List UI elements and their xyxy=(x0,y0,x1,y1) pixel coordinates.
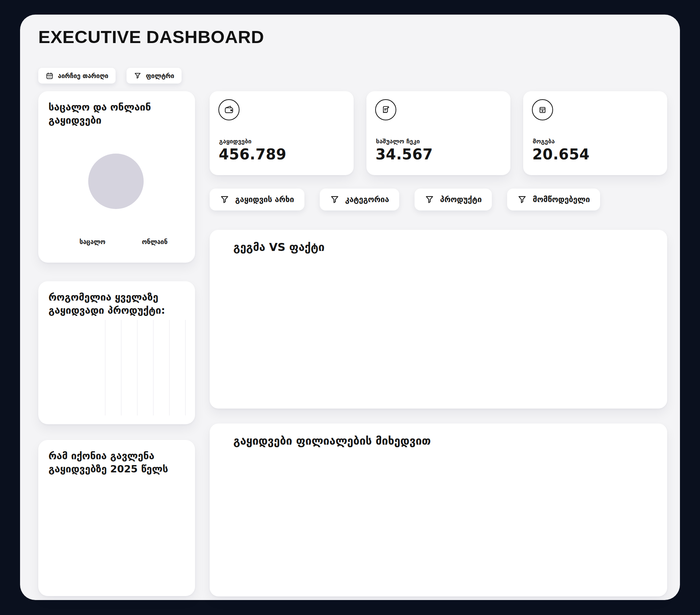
waterfall-card: რამ იქონია გავლენა გაყიდვებზე 2025 წელს xyxy=(38,440,195,596)
receipt-icon xyxy=(381,105,391,115)
kpi-label: საშუალო ჩეკი xyxy=(376,138,420,145)
kpi-card-average-check: საშუალო ჩეკი 34.567 xyxy=(366,91,510,175)
filter-label: მომწოდებელი xyxy=(533,195,590,204)
filter-product-button[interactable]: პროდუქტი xyxy=(415,189,492,210)
kpi-icon-circle xyxy=(532,99,553,120)
channel-legend: საცალო ონლაინ xyxy=(65,237,168,247)
products-gridlines xyxy=(105,320,186,415)
branch-sales-chart xyxy=(210,423,667,596)
page-title: EXECUTIVE DASHBOARD xyxy=(38,27,264,47)
wallet-icon xyxy=(224,105,234,115)
channel-card-title: საცალო და ონლაინ გაყიდვები xyxy=(48,101,178,127)
package-icon xyxy=(537,105,548,115)
top-products-title: როგომელია ყველაზე გაყიდვადი პროდუქტი: xyxy=(48,291,178,317)
top-products-card: როგომელია ყველაზე გაყიდვადი პროდუქტი: xyxy=(38,281,195,424)
filter-sales-channel-button[interactable]: გაყიდვის არხი xyxy=(210,189,304,210)
trend-up-icon xyxy=(643,148,656,166)
retail-swatch xyxy=(65,237,74,247)
filter-row: გაყიდვის არხი კატეგორია პროდუქტი მომწოდე… xyxy=(210,189,600,210)
toolbar: აირჩიე თარიღი ფილტრი xyxy=(38,68,182,84)
kpi-label: გაყიდვები xyxy=(219,138,252,145)
legend-item-online: ონლაინ xyxy=(127,237,167,247)
date-picker-label: აირჩიე თარიღი xyxy=(58,72,108,80)
kpi-value: 456.789 xyxy=(219,146,287,163)
kpi-card-profit: მოგება 20.654 xyxy=(523,91,667,175)
filter-button[interactable]: ფილტრი xyxy=(127,68,182,84)
trend-down-icon xyxy=(486,148,499,166)
filter-button-label: ფილტრი xyxy=(146,72,174,80)
kpi-value: 34.567 xyxy=(376,146,433,163)
plan-vs-fact-chart xyxy=(210,259,667,401)
kpi-card-sales: გაყიდვები 456.789 xyxy=(210,91,354,175)
funnel-icon xyxy=(517,195,527,204)
kpi-label: მოგება xyxy=(533,138,555,145)
channel-sales-card: საცალო და ონლაინ გაყიდვები საცალო ონლაინ xyxy=(38,91,195,263)
filter-supplier-button[interactable]: მომწოდებელი xyxy=(507,189,600,210)
online-swatch xyxy=(127,237,137,247)
filter-label: გაყიდვის არხი xyxy=(235,195,294,204)
funnel-icon xyxy=(220,195,229,204)
funnel-icon xyxy=(330,195,339,204)
kpi-icon-circle xyxy=(375,99,396,120)
donut-center-circle xyxy=(88,154,144,209)
kpi-value: 20.654 xyxy=(532,146,590,163)
legend-item-retail: საცალო xyxy=(65,237,105,247)
funnel-icon xyxy=(425,195,434,204)
waterfall-chart xyxy=(38,462,195,596)
date-picker-button[interactable]: აირჩიე თარიღი xyxy=(38,68,116,84)
plan-vs-fact-title: გეგმა VS ფაქტი xyxy=(233,240,634,255)
online-legend-label: ონლაინ xyxy=(142,238,167,245)
calendar-icon xyxy=(46,72,54,80)
branch-sales-card: გაყიდვები ფილიალების მიხედვით xyxy=(210,423,667,596)
filter-category-button[interactable]: კატეგორია xyxy=(320,189,400,210)
kpi-icon-circle xyxy=(218,99,240,120)
filter-label: კატეგორია xyxy=(345,195,389,204)
plan-vs-fact-card: გეგმა VS ფაქტი xyxy=(210,230,667,409)
retail-legend-label: საცალო xyxy=(79,238,105,245)
filter-label: პროდუქტი xyxy=(440,195,482,204)
trend-up-icon xyxy=(330,148,343,166)
dashboard-panel: EXECUTIVE DASHBOARD აირჩიე თარიღი ფილტრი… xyxy=(20,15,680,600)
channel-donut-chart xyxy=(38,126,195,236)
funnel-icon xyxy=(134,72,141,80)
